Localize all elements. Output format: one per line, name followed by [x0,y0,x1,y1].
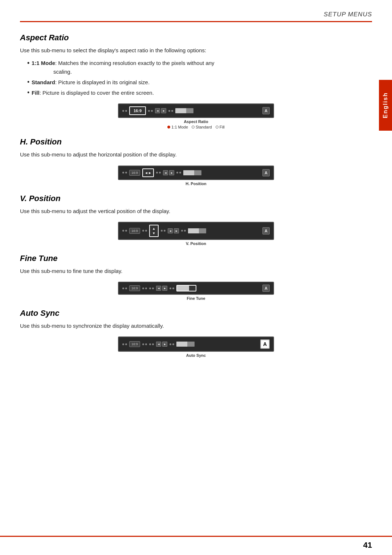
osd-h-arrows: ◂ ▸ [142,168,154,177]
section-auto-sync: Auto Sync Use this sub-menu to synchroni… [20,309,372,358]
osd-nav-btns: ◂ ▸ [156,342,167,347]
radio-fill: Fill [216,125,225,129]
diagram-label-auto-sync: Auto Sync [186,353,206,358]
intro-h-position: Use this sub-menu to adjust the horizont… [20,150,372,159]
footer-divider [0,536,392,537]
language-label: English [382,92,389,118]
osd-dots-right [170,287,174,289]
osd-nav-right: ▸ [162,342,167,347]
radio-standard: Standard [192,125,212,129]
header-title: SETUP MENUS [20,11,372,18]
osd-bar [188,228,206,233]
osd-bar-highlighted [176,285,196,291]
osd-v-position: 16:9 ▴ ▾ ◂ ▸ [118,222,274,240]
radio-label-1-1: 1:1 Mode [171,125,188,129]
osd-dots-mid [142,343,147,345]
osd-dot [171,110,173,112]
footer-page-number: 41 [363,540,372,550]
osd-dot [125,110,127,112]
osd-dots-right2 [161,230,166,232]
osd-dots-left [122,110,127,112]
bullet-1-1-mode: 1:1 Mode: Matches the incoming resolutio… [27,59,372,76]
radio-label-standard: Standard [196,125,212,129]
osd-nav-btns: ◂ ▸ [168,228,179,233]
language-side-tab: English [379,80,392,131]
intro-aspect-ratio: Use this sub-menu to select the display'… [20,46,372,54]
osd-auto-sync: 16:9 ◂ ▸ [118,336,274,352]
osd-bar [183,170,201,175]
osd-dot [151,110,153,112]
osd-v-arrows: ▴ ▾ [149,225,159,237]
osd-nav-right: ▸ [169,170,174,175]
section-aspect-ratio: Aspect Ratio Use this sub-menu to select… [20,33,372,129]
osd-arrow-left: ◂ [145,170,147,175]
osd-dots-mid2 [149,343,154,345]
osd-dot [168,110,170,112]
intro-v-position: Use this sub-menu to adjust the vertical… [20,207,372,215]
osd-a-btn: A [262,107,270,114]
intro-auto-sync: Use this sub-menu to synchronize the dis… [20,322,372,330]
osd-nav-left: ◂ [156,286,161,291]
radio-row-aspect-ratio: 1:1 Mode Standard Fill [167,125,225,129]
osd-dots-right [170,343,174,345]
osd-nav-right: ▸ [161,108,166,113]
bullet-fill: Fill: Picture is displayed to cover the … [27,89,372,97]
osd-bar [176,342,195,347]
heading-h-position: H. Position [20,137,372,147]
bullet-standard: Standard: Picture is displayed in its or… [27,78,372,86]
osd-dots-right [176,172,181,174]
diagram-label-h-position: H. Position [185,181,206,186]
osd-dots-mid2 [142,230,147,232]
header-area: SETUP MENUS [0,0,392,22]
osd-nav-left: ◂ [155,108,160,113]
diagram-aspect-ratio: 16:9 ◂ ▸ [20,103,372,129]
osd-nav-right: ▸ [174,228,179,233]
osd-bar-fill [176,342,187,347]
osd-dots-mid [148,110,153,112]
osd-aspect-ratio: 16:9 ◂ ▸ [118,103,274,118]
radio-circle-fill [216,126,219,128]
osd-nav-left: ◂ [156,342,161,347]
osd-dots-mid [156,172,161,174]
osd-nav-btns: ◂ ▸ [163,170,174,175]
diagram-auto-sync: 16:9 ◂ ▸ [20,336,372,358]
osd-bar-fill [175,108,186,113]
osd-a-btn: A [262,227,270,234]
osd-dots-left [122,172,127,174]
osd-dots-left [122,287,127,289]
osd-bar-fill [188,228,199,233]
osd-dots-left [122,343,127,345]
osd-arrow-right: ▸ [149,170,151,175]
bullets-aspect-ratio: 1:1 Mode: Matches the incoming resolutio… [27,59,372,97]
osd-dots-right3 [181,230,186,232]
intro-fine-tune: Use this sub-menu to fine tune the displ… [20,267,372,275]
diagram-label-fine-tune: Fine Tune [187,296,205,301]
radio-label-fill: Fill [220,125,225,129]
page-container: English SETUP MENUS Aspect Ratio Use thi… [0,0,392,555]
heading-auto-sync: Auto Sync [20,309,372,318]
osd-ratio-display: 16:9 [129,170,140,176]
osd-bar [175,108,193,113]
heading-fine-tune: Fine Tune [20,254,372,263]
osd-bar-fill [183,170,194,175]
osd-dot [122,110,124,112]
radio-1-1-mode: 1:1 Mode [167,125,188,129]
diagram-h-position: 16:9 ◂ ▸ ◂ ▸ [20,166,372,186]
osd-nav-btns: ◂ ▸ [156,286,167,291]
osd-dots-mid2 [149,287,154,289]
section-fine-tune: Fine Tune Use this sub-menu to fine tune… [20,254,372,301]
osd-dots-mid [142,287,147,289]
radio-circle-1-1 [167,126,170,128]
osd-nav-right: ▸ [162,286,167,291]
diagram-fine-tune: 16:9 ◂ ▸ [20,282,372,301]
osd-arrow-up: ▴ [153,227,155,230]
diagram-v-position: 16:9 ▴ ▾ ◂ ▸ [20,222,372,246]
osd-bar-fill [177,286,189,291]
osd-a-btn: A [262,169,270,176]
osd-dots-left [122,230,127,232]
diagram-label-aspect-ratio: Aspect Ratio [184,119,208,124]
section-v-position: V. Position Use this sub-menu to adjust … [20,194,372,246]
osd-dots-right [168,110,173,112]
osd-arrow-down: ▾ [153,231,155,235]
osd-ratio-box: 16:9 [129,106,146,115]
